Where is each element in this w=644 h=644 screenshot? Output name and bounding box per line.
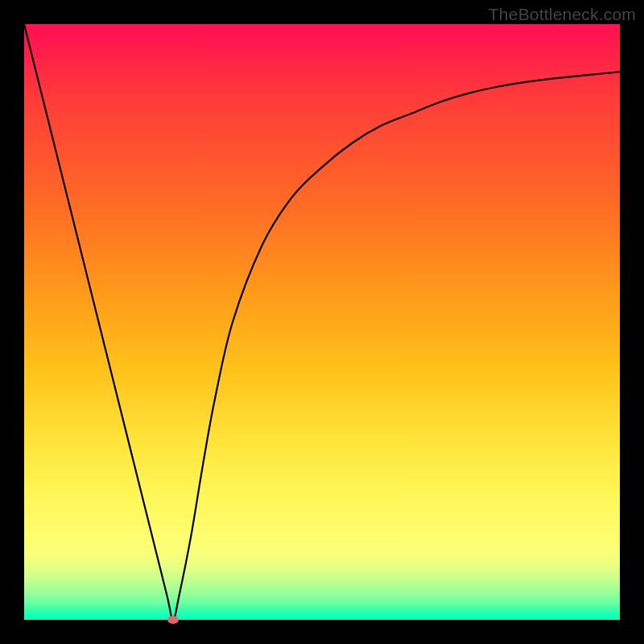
chart-frame: TheBottleneck.com [0, 0, 644, 644]
optimum-marker [167, 616, 179, 624]
watermark-text: TheBottleneck.com [489, 5, 636, 24]
bottleneck-curve [24, 24, 620, 620]
plot-area [24, 24, 620, 620]
